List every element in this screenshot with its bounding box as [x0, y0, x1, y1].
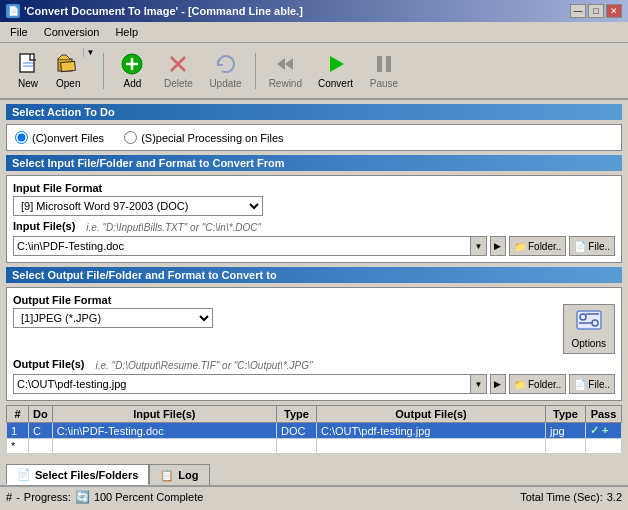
file-icon: 📄 [574, 241, 586, 252]
svg-rect-4 [61, 61, 76, 71]
tab-files-icon: 📄 [17, 468, 31, 481]
status-bar: # - Progress: 🔄 100 Percent Complete Tot… [0, 485, 628, 507]
maximize-button[interactable]: □ [588, 4, 604, 18]
special-processing-radio[interactable]: (S)pecial Processing on Files [124, 131, 283, 144]
open-button[interactable]: Open [53, 48, 83, 93]
status-grip: # [6, 491, 12, 503]
output-top-row: Output File Format [1]JPEG (*.JPG) [13, 294, 615, 354]
input-files-arrow[interactable]: ▼ [470, 237, 486, 255]
input-nav-arrow[interactable]: ▶ [490, 236, 506, 256]
update-icon [214, 52, 238, 76]
input-section-header: Select Input File/Folder and Format to C… [6, 155, 622, 171]
toolbar-sep-2 [255, 53, 256, 89]
delete-button[interactable]: Delete [156, 48, 200, 93]
cell-input-type: DOC [276, 423, 316, 439]
input-format-row: [9] Microsoft Word 97-2003 (DOC) [13, 196, 615, 216]
menu-help[interactable]: Help [109, 24, 144, 40]
title-controls: — □ ✕ [570, 4, 622, 18]
progress-value: 100 Percent Complete [94, 491, 203, 503]
tab-log-label: Log [178, 469, 198, 481]
input-section-body: Input File Format [9] Microsoft Word 97-… [6, 175, 622, 263]
col-output-type: Type [546, 406, 586, 423]
output-files-hint: i.e. "D:\Output\Resume.TIF" or "C:\Outpu… [96, 360, 313, 371]
special-processing-radio-input[interactable] [124, 131, 137, 144]
input-files-input[interactable] [14, 237, 470, 255]
output-left: Output File Format [1]JPEG (*.JPG) [13, 294, 557, 354]
col-input-type: Type [276, 406, 316, 423]
col-pass: Pass [586, 406, 622, 423]
input-file-button[interactable]: 📄 File.. [569, 236, 615, 256]
tab-select-files[interactable]: 📄 Select Files/Folders [6, 464, 149, 485]
progress-label: Progress: [24, 491, 71, 503]
table-new-row: * [7, 439, 622, 454]
pause-label: Pause [370, 78, 398, 89]
status-right: Total Time (Sec): 3.2 [520, 491, 622, 503]
open-icon [56, 52, 80, 76]
add-button[interactable]: Add [110, 48, 154, 93]
table-header-row: # Do Input File(s) Type Output File(s) T… [7, 406, 622, 423]
progress-icon: 🔄 [75, 490, 90, 504]
svg-marker-12 [330, 56, 344, 72]
input-files-hint: i.e. "D:\Input\Bills.TXT" or "C:\in\*.DO… [86, 222, 261, 233]
toolbar: New Open ▼ Add [0, 43, 628, 100]
rewind-button[interactable]: Rewind [262, 48, 309, 93]
convert-files-radio[interactable]: (C)onvert Files [15, 131, 104, 144]
convert-icon [324, 52, 348, 76]
convert-files-radio-input[interactable] [15, 131, 28, 144]
pause-icon [372, 52, 396, 76]
close-button[interactable]: ✕ [606, 4, 622, 18]
convert-label: Convert [318, 78, 353, 89]
cell-output: C:\OUT\pdf-testing.jpg [316, 423, 545, 439]
options-icon [575, 309, 603, 336]
output-file-button[interactable]: 📄 File.. [569, 374, 615, 394]
convert-button[interactable]: Convert [311, 48, 360, 93]
action-section-body: (C)onvert Files (S)pecial Processing on … [6, 124, 622, 151]
output-folder-button[interactable]: 📁 Folder.. [509, 374, 566, 394]
tab-log[interactable]: 📋 Log [149, 464, 209, 485]
output-format-row: [1]JPEG (*.JPG) [13, 308, 557, 328]
toolbar-sep-1 [103, 53, 104, 89]
options-label: Options [572, 338, 606, 349]
bottom-tabs: 📄 Select Files/Folders 📋 Log [0, 462, 628, 485]
output-nav-arrow[interactable]: ▶ [490, 374, 506, 394]
menu-conversion[interactable]: Conversion [38, 24, 106, 40]
add-label: Add [123, 78, 141, 89]
window-title: 'Convert Document To Image' - [Command L… [24, 5, 303, 17]
options-button[interactable]: Options [563, 304, 615, 354]
input-folder-button[interactable]: 📁 Folder.. [509, 236, 566, 256]
table-row[interactable]: 1 C C:\in\PDF-Testing.doc DOC C:\OUT\pdf… [7, 423, 622, 439]
output-files-combo: ▼ [13, 374, 487, 394]
cell-do: C [29, 423, 53, 439]
open-arrow-button[interactable]: ▼ [83, 48, 96, 57]
rewind-label: Rewind [269, 78, 302, 89]
output-files-input[interactable] [14, 375, 470, 393]
new-button[interactable]: New [6, 48, 50, 93]
output-file-icon: 📄 [574, 379, 586, 390]
open-btn-group: Open ▼ [52, 47, 97, 94]
menu-file[interactable]: File [4, 24, 34, 40]
convert-files-label: (C)onvert Files [32, 132, 104, 144]
status-minus: - [16, 491, 20, 503]
new-label: New [18, 78, 38, 89]
output-format-label: Output File Format [13, 294, 557, 306]
col-num: # [7, 406, 29, 423]
main-content: Select Action To Do (C)onvert Files (S)p… [0, 100, 628, 462]
app-icon: 📄 [6, 4, 20, 18]
output-files-label: Output File(s) [13, 358, 85, 370]
total-value: 3.2 [607, 491, 622, 503]
minimize-button[interactable]: — [570, 4, 586, 18]
table-section: # Do Input File(s) Type Output File(s) T… [6, 405, 622, 454]
input-format-select[interactable]: [9] Microsoft Word 97-2003 (DOC) [13, 196, 263, 216]
cell-output-type: jpg [546, 423, 586, 439]
cell-input: C:\in\PDF-Testing.doc [52, 423, 276, 439]
update-button[interactable]: Update [202, 48, 248, 93]
output-format-select[interactable]: [1]JPEG (*.JPG) [13, 308, 213, 328]
tab-log-icon: 📋 [160, 469, 174, 482]
col-output: Output File(s) [316, 406, 545, 423]
output-files-row: ▼ ▶ 📁 Folder.. 📄 File.. [13, 374, 615, 394]
output-files-arrow[interactable]: ▼ [470, 375, 486, 393]
pause-button[interactable]: Pause [362, 48, 406, 93]
output-folder-icon: 📁 [514, 379, 526, 390]
output-section-header: Select Output File/Folder and Format to … [6, 267, 622, 283]
open-label: Open [56, 78, 80, 89]
